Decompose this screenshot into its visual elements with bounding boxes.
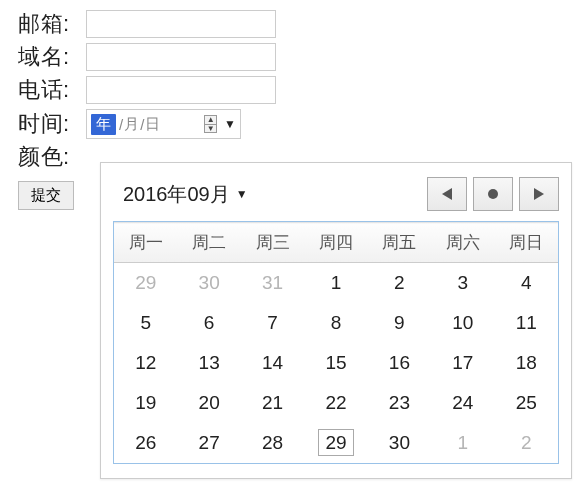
spinner: ▲ ▼ — [204, 115, 218, 133]
today-button[interactable] — [473, 177, 513, 211]
calendar-header: 2016年09月 ▼ — [113, 177, 559, 211]
email-label: 邮箱: — [18, 11, 86, 37]
email-row: 邮箱: — [18, 10, 561, 38]
domain-label: 域名: — [18, 44, 86, 70]
spinner-down-icon[interactable]: ▼ — [204, 124, 217, 133]
spinner-up-icon[interactable]: ▲ — [204, 115, 217, 124]
prev-month-button[interactable] — [427, 177, 467, 211]
next-month-button[interactable] — [519, 177, 559, 211]
time-row: 时间: 年 / 月 / 日 ▲ ▼ ▼ — [18, 109, 561, 139]
triangle-left-icon — [442, 188, 452, 200]
svg-marker-0 — [442, 188, 452, 200]
date-picker-popup: 2016年09月 ▼ 周一周二周三周四周五周六周日 29303112345678… — [100, 162, 572, 220]
chevron-down-icon: ▼ — [236, 187, 248, 201]
time-field[interactable]: 年 / 月 / 日 ▲ ▼ ▼ — [86, 109, 241, 139]
phone-row: 电话: — [18, 76, 561, 104]
calendar-title-button[interactable]: 2016年09月 ▼ — [123, 181, 248, 208]
domain-field[interactable] — [86, 43, 276, 71]
day-placeholder[interactable]: 日 — [145, 115, 160, 134]
date-separator: / — [140, 116, 144, 133]
chevron-down-icon[interactable]: ▼ — [224, 117, 236, 131]
calendar-month-year: 2016年09月 — [123, 181, 230, 208]
month-placeholder[interactable]: 月 — [124, 115, 139, 134]
calendar-nav — [427, 177, 559, 211]
circle-icon — [487, 188, 499, 200]
domain-row: 域名: — [18, 43, 561, 71]
svg-marker-2 — [534, 188, 544, 200]
color-label: 颜色: — [18, 144, 86, 170]
time-label: 时间: — [18, 111, 86, 137]
submit-button[interactable]: 提交 — [18, 181, 74, 210]
email-field[interactable] — [86, 10, 276, 38]
phone-field[interactable] — [86, 76, 276, 104]
triangle-right-icon — [534, 188, 544, 200]
svg-point-1 — [488, 189, 498, 199]
year-placeholder[interactable]: 年 — [91, 114, 116, 135]
phone-label: 电话: — [18, 77, 86, 103]
date-separator: / — [119, 116, 123, 133]
